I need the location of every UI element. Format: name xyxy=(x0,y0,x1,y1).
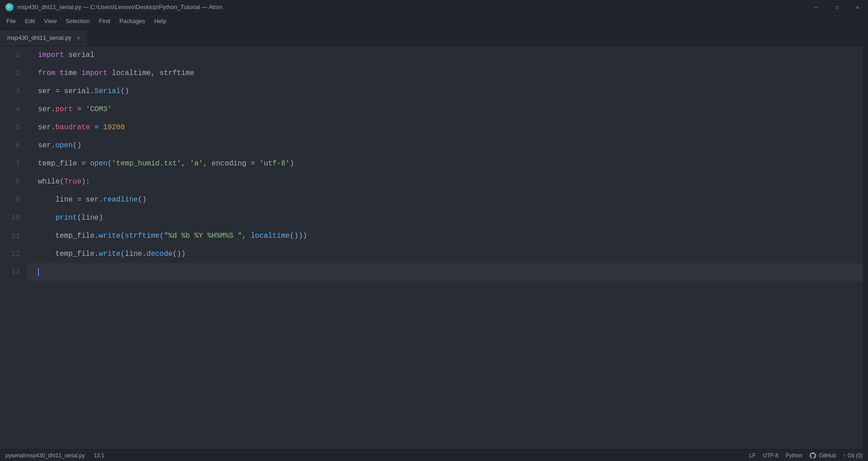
code-line-10: print(line) xyxy=(27,209,863,227)
line-ending[interactable]: LF xyxy=(750,452,756,459)
token-plain: time xyxy=(55,69,81,77)
code-line-9: line = ser.readline() xyxy=(27,191,863,209)
token-plain: ) xyxy=(290,160,294,168)
menu-item-packages[interactable]: Packages xyxy=(115,16,150,26)
token-plain: , xyxy=(181,160,190,168)
git-status[interactable]: ↑ Git (0) xyxy=(843,452,863,459)
app-icon xyxy=(5,3,14,11)
token-kw: import xyxy=(81,69,108,77)
code-line-5: ser.baudrate = 19200 xyxy=(27,118,863,136)
token-plain: ): xyxy=(81,178,90,186)
code-line-4: ser.port = 'COM3' xyxy=(27,100,863,118)
token-plain: = xyxy=(90,123,103,132)
token-plain: line = ser. xyxy=(38,196,103,204)
token-plain: () xyxy=(120,87,129,95)
menu-item-selection[interactable]: Selection xyxy=(61,16,94,26)
token-num: 19200 xyxy=(103,123,125,132)
token-plain: ())) xyxy=(290,232,307,240)
github-link[interactable]: GitHub xyxy=(810,452,836,459)
line-number-6: 6 xyxy=(0,136,27,155)
token-plain: () xyxy=(138,196,146,204)
token-str: 'COM3' xyxy=(86,105,112,113)
token-kw2: True xyxy=(64,178,81,186)
editor-container: 12345678910111213 import serialfrom time… xyxy=(0,46,868,449)
menu-bar: FileEditViewSelectionFindPackagesHelp xyxy=(0,14,868,28)
token-plain: ( xyxy=(108,160,112,168)
token-plain: localtime, strftime xyxy=(108,69,194,77)
line-number-8: 8 xyxy=(0,173,27,191)
maximize-button[interactable]: ❐ xyxy=(826,0,847,14)
line-number-13: 13 xyxy=(0,263,27,281)
token-plain: ()) xyxy=(173,250,186,258)
menu-item-edit[interactable]: Edit xyxy=(20,16,39,26)
line-number-7: 7 xyxy=(0,155,27,173)
token-func: localtime xyxy=(251,232,290,240)
token-plain: ser. xyxy=(38,141,55,150)
token-kw: import xyxy=(38,51,64,59)
token-plain: serial xyxy=(64,51,94,59)
line-number-5: 5 xyxy=(0,118,27,136)
token-plain: temp_file. xyxy=(38,232,99,240)
menu-item-help[interactable]: Help xyxy=(150,16,171,26)
token-attr: baudrate xyxy=(55,123,90,132)
code-line-3: ser = serial.Serial() xyxy=(27,82,863,100)
menu-item-file[interactable]: File xyxy=(2,16,20,26)
token-func: open xyxy=(55,141,72,150)
encoding[interactable]: UTF-8 xyxy=(763,452,778,459)
language[interactable]: Python xyxy=(786,452,802,459)
code-line-11: temp_file.write(strftime("%d %b %Y %H%M%… xyxy=(27,227,863,245)
token-plain: temp_file. xyxy=(38,250,99,258)
line-number-12: 12 xyxy=(0,245,27,263)
token-func: open xyxy=(90,160,107,168)
menu-item-find[interactable]: Find xyxy=(94,16,115,26)
token-func: print xyxy=(55,214,77,222)
token-plain: ( xyxy=(120,232,125,240)
close-button[interactable]: ✕ xyxy=(847,0,868,14)
token-plain: ser. xyxy=(38,123,55,132)
code-line-7: temp_file = open('temp_humid.txt', 'a', … xyxy=(27,155,863,173)
token-plain: (line. xyxy=(120,250,146,258)
code-line-8: while(True): xyxy=(27,173,863,191)
line-number-1: 1 xyxy=(0,46,27,64)
token-str: 'temp_humid.txt' xyxy=(112,160,181,168)
cursor-position: 13:1 xyxy=(94,452,104,459)
status-bar: pyserial\msp430_dht11_serial.py 13:1 LF … xyxy=(0,449,868,461)
token-plain: () xyxy=(73,141,81,150)
tab-bar: msp430_dht11_serial.py × xyxy=(0,28,868,46)
code-line-1: import serial xyxy=(27,46,863,64)
token-plain: temp_file = xyxy=(38,160,90,168)
tab-filename: msp430_dht11_serial.py xyxy=(7,34,71,41)
minimize-button[interactable]: — xyxy=(806,0,826,14)
token-plain: (line) xyxy=(77,214,103,222)
token-plain: , encoding = xyxy=(203,160,259,168)
line-number-9: 9 xyxy=(0,191,27,209)
scrollbar[interactable] xyxy=(863,46,868,449)
token-attr: port xyxy=(55,105,72,113)
title-bar: msp430_dht11_serial.py — C:\Users\Lenovo… xyxy=(0,0,868,14)
code-line-6: ser.open() xyxy=(27,136,863,155)
window-controls: — ❐ ✕ xyxy=(806,0,868,14)
line-numbers: 12345678910111213 xyxy=(0,46,27,449)
token-kw: from xyxy=(38,69,55,77)
line-number-10: 10 xyxy=(0,209,27,227)
title-text: msp430_dht11_serial.py — C:\Users\Lenovo… xyxy=(17,4,863,10)
token-func: decode xyxy=(146,250,173,258)
token-func: Serial xyxy=(94,87,121,95)
token-str: 'a' xyxy=(190,160,203,168)
menu-item-view[interactable]: View xyxy=(39,16,61,26)
line-number-2: 2 xyxy=(0,64,27,82)
line-number-4: 4 xyxy=(0,100,27,118)
token-func: write xyxy=(99,232,120,240)
token-plain: , xyxy=(242,232,250,240)
code-area[interactable]: import serialfrom time import localtime,… xyxy=(27,46,863,449)
token-plain: ( xyxy=(160,232,164,240)
line-number-3: 3 xyxy=(0,82,27,100)
token-str: "%d %b %Y %H%M%S " xyxy=(164,232,242,240)
token-plain: while( xyxy=(38,178,64,186)
tab-close-button[interactable]: × xyxy=(75,34,82,42)
token-str: 'utf-8' xyxy=(259,160,290,168)
code-line-13 xyxy=(27,263,863,281)
active-tab[interactable]: msp430_dht11_serial.py × xyxy=(0,29,88,46)
token-plain: ser. xyxy=(38,105,55,113)
text-cursor xyxy=(38,268,39,276)
